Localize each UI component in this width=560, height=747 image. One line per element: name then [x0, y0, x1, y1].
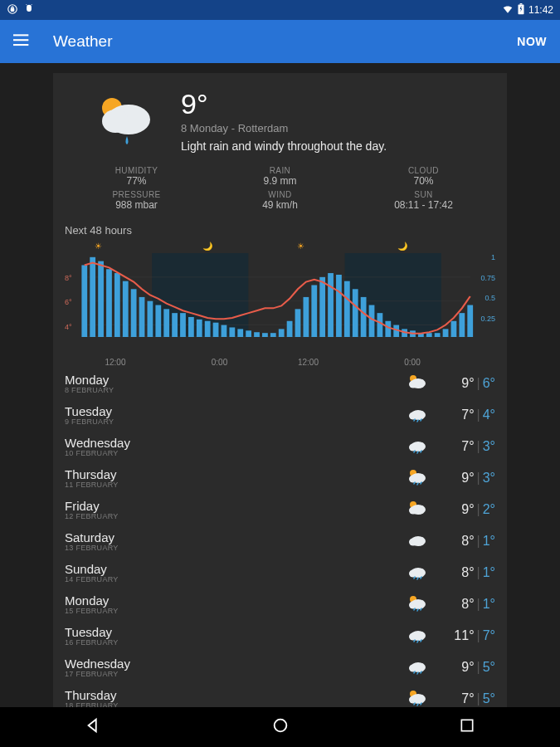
svg-rect-49	[353, 289, 358, 337]
forecast-date: 10 FEBRUARY	[65, 449, 404, 457]
forecast-day: Tuesday	[65, 626, 404, 638]
svg-rect-36	[246, 330, 251, 337]
forecast-date: 15 FEBRUARY	[65, 607, 404, 615]
svg-rect-42	[295, 309, 301, 337]
forecast-row[interactable]: Saturday13 FEBRUARY8°|1°	[65, 525, 495, 557]
svg-rect-34	[229, 327, 235, 337]
svg-rect-4	[13, 34, 28, 36]
current-weather-hero: 9° 8 Monday - Rotterdam Light rain and w…	[65, 81, 495, 161]
forecast-row[interactable]: Thursday18 FEBRUARY7°|5°	[65, 683, 495, 707]
forecast-row[interactable]: Wednesday10 FEBRUARY7°|3°	[65, 431, 495, 462]
forecast-temps: 7°|5°	[429, 691, 495, 706]
forecast-day: Wednesday	[65, 437, 404, 449]
svg-point-80	[409, 570, 417, 578]
forecast-row[interactable]: Friday12 FEBRUARY9°|2°	[65, 494, 495, 525]
forecast-icon	[404, 688, 429, 707]
forecast-temps: 9°|2°	[429, 502, 495, 517]
svg-rect-28	[180, 313, 186, 337]
now-button[interactable]: NOW	[517, 35, 547, 48]
forecast-date: 16 FEBRUARY	[65, 638, 404, 647]
forecast-day: Wednesday	[65, 657, 404, 670]
svg-point-66	[409, 381, 417, 388]
back-button[interactable]	[85, 716, 103, 738]
svg-rect-32	[213, 323, 219, 337]
forecast-day: Thursday	[65, 468, 404, 481]
forecast-temps: 9°|3°	[429, 471, 495, 486]
forecast-day: Tuesday	[65, 405, 404, 417]
svg-rect-39	[270, 333, 276, 337]
svg-rect-22	[131, 289, 137, 337]
svg-rect-50	[361, 297, 367, 337]
svg-rect-33	[222, 325, 227, 337]
svg-rect-25	[155, 305, 161, 337]
forecast-icon	[404, 499, 429, 520]
forecast-list: Monday8 FEBRUARY9°|6°Tuesday9 FEBRUARY7°…	[65, 368, 495, 707]
app-bar: Weather NOW	[0, 20, 560, 63]
page-title: Weather	[53, 32, 112, 51]
rain-label: RAIN	[208, 166, 352, 175]
hourly-chart-section: Next 48 hours ☀🌙☀🌙 4°6°8° 0.250.50.751 1…	[65, 221, 495, 364]
status-time: 11:42	[528, 4, 553, 16]
forecast-icon	[404, 530, 429, 552]
svg-rect-27	[172, 313, 178, 337]
forecast-row[interactable]: Tuesday9 FEBRUARY7°|4°	[65, 399, 495, 431]
forecast-row[interactable]: Monday8 FEBRUARY9°|6°	[65, 368, 495, 399]
weather-card: 9° 8 Monday - Rotterdam Light rain and w…	[53, 73, 507, 707]
forecast-row[interactable]: Sunday14 FEBRUARY8°|1°	[65, 557, 495, 588]
moon-icon: 🌙	[397, 242, 407, 251]
svg-rect-62	[459, 313, 465, 337]
forecast-row[interactable]: Monday15 FEBRUARY8°|1°	[65, 588, 495, 620]
menu-icon[interactable]	[13, 32, 30, 51]
svg-rect-20	[114, 273, 120, 337]
svg-rect-38	[262, 333, 268, 337]
home-button[interactable]	[271, 716, 290, 738]
svg-point-70	[409, 444, 417, 452]
svg-rect-21	[123, 281, 129, 337]
svg-point-76	[409, 507, 417, 515]
svg-rect-46	[328, 273, 334, 337]
forecast-date: 9 FEBRUARY	[65, 417, 404, 426]
svg-rect-44	[311, 285, 317, 337]
hourly-chart[interactable]: ☀🌙☀🌙 4°6°8° 0.250.50.751 12:000:0012:000…	[65, 242, 495, 358]
forecast-date: 17 FEBRUARY	[65, 670, 404, 678]
wind-label: WIND	[208, 190, 352, 199]
svg-point-85	[409, 633, 417, 641]
forecast-temps: 9°|6°	[429, 376, 495, 391]
recent-button[interactable]	[459, 717, 475, 737]
forecast-day: Monday	[65, 374, 404, 386]
forecast-date: 14 FEBRUARY	[65, 575, 404, 583]
forecast-row[interactable]: Thursday11 FEBRUARY9°|3°	[65, 462, 495, 494]
svg-rect-58	[426, 333, 432, 337]
wifi-icon	[502, 3, 514, 17]
content-area: 9° 8 Monday - Rotterdam Light rain and w…	[0, 63, 560, 707]
chart-title: Next 48 hours	[65, 224, 495, 237]
forecast-icon	[404, 657, 429, 678]
svg-rect-51	[369, 305, 375, 337]
svg-rect-3	[520, 3, 523, 4]
svg-rect-53	[385, 321, 391, 337]
stats-grid: HUMIDITY77% RAIN9.9 mm CLOUD70% PRESSURE…	[65, 161, 495, 221]
current-description: Light rain and windy throughout the day.	[181, 139, 387, 153]
svg-rect-48	[344, 281, 350, 337]
sun-icon: ☀	[297, 242, 304, 251]
sun-icon: ☀	[95, 242, 102, 251]
svg-rect-43	[303, 297, 309, 337]
svg-point-93	[275, 720, 287, 732]
forecast-day: Sunday	[65, 563, 404, 575]
forecast-temps: 8°|1°	[429, 565, 495, 580]
svg-rect-29	[188, 317, 194, 337]
forecast-row[interactable]: Wednesday17 FEBRUARY9°|5°	[65, 652, 495, 683]
svg-rect-24	[148, 301, 153, 337]
forecast-icon	[404, 593, 429, 615]
forecast-temps: 7°|3°	[429, 439, 495, 454]
forecast-temps: 8°|1°	[429, 597, 495, 612]
forecast-date: 13 FEBRUARY	[65, 544, 404, 552]
rain-value: 9.9 mm	[208, 175, 352, 187]
forecast-day: Friday	[65, 500, 404, 512]
forecast-icon	[404, 436, 429, 457]
svg-rect-52	[377, 313, 383, 337]
forecast-row[interactable]: Tuesday16 FEBRUARY11°|7°	[65, 620, 495, 652]
lock-icon	[7, 3, 18, 17]
sun-value: 08:11 - 17:42	[352, 199, 495, 211]
humidity-value: 77%	[65, 175, 208, 187]
